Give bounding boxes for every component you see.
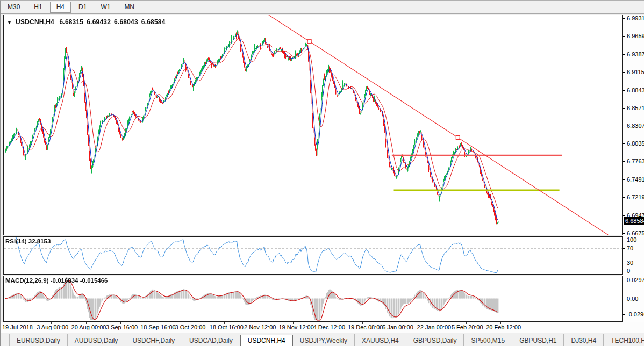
timeframe-button-h1[interactable]: H1 [27, 2, 48, 13]
chart-title: ▼USDCNH,H4 6.683156.694326.680436.68584 [7, 18, 169, 26]
current-price-tag: 6.68584 [624, 217, 644, 225]
axis-tick [623, 271, 625, 271]
axis-tick [623, 90, 625, 91]
rsi-axis-label: 100 [627, 236, 636, 243]
axis-tick [623, 280, 625, 280]
main-chart-pane [3, 15, 623, 235]
symbol-tab-sp500[interactable]: SP500,M15 [464, 334, 512, 346]
symbol-tab-usdchf[interactable]: USDCHF,Daily [125, 334, 182, 346]
axis-tick [623, 233, 625, 234]
time-axis-tick [432, 322, 432, 324]
ohlc-high: 6.69432 [87, 18, 111, 26]
axis-tick [623, 161, 625, 162]
rsi-canvas[interactable] [4, 237, 622, 274]
macd-label: MACD(12,26,9) -0.016834 -0.015466 [5, 277, 108, 284]
axis-tick [623, 36, 625, 37]
time-axis-label: 5 Jan 00:00 [382, 324, 413, 330]
axis-tick [623, 299, 625, 299]
price-axis-label: 6.72190 [627, 194, 644, 200]
rsi-axis-label: 30 [627, 260, 633, 266]
price-axis-label: 6.80350 [627, 140, 644, 147]
time-axis-label: 2 Nov 12:00 [244, 324, 276, 330]
price-axis-label: 6.85710 [627, 105, 644, 111]
time-axis-tick [466, 322, 467, 324]
axis-tick [623, 215, 625, 216]
ohlc-open: 6.68315 [59, 18, 83, 26]
time-axis-label: 20 Feb 12:00 [486, 324, 521, 330]
symbol-tab-gbpusd[interactable]: GBPUSD,H1 [512, 334, 564, 346]
time-axis-label: 18 Sep 16:00 [140, 324, 175, 330]
time-axis-label: 20 Aug 00:00 [71, 324, 106, 330]
axis-tick [623, 18, 625, 19]
time-axis-label: 4 Dec 12:00 [313, 324, 345, 330]
time-axis[interactable]: 19 Jul 20183 Aug 08:0020 Aug 00:003 Sep … [1, 322, 644, 333]
symbol-tab-dj30[interactable]: DJ30,H4 [564, 334, 604, 346]
axis-tick [623, 240, 625, 240]
axis-tick [623, 314, 625, 315]
symbol-tab-usdcad[interactable]: USDCAD,Daily [182, 334, 240, 346]
time-axis-label: 19 Dec 08:00 [348, 324, 383, 330]
timeframe-button-d1[interactable]: D1 [72, 2, 93, 13]
ohlc-close: 6.68584 [141, 18, 166, 26]
symbol-tab-usdjpy[interactable]: USDJPY,Weekly [293, 334, 355, 346]
price-axis-label: 6.88430 [627, 87, 644, 93]
time-axis-tick [120, 322, 121, 324]
time-axis-label: 3 Oct 20:00 [175, 324, 206, 330]
axis-tick [623, 108, 625, 109]
time-axis-tick [397, 322, 397, 324]
time-axis-tick [293, 322, 294, 324]
toolbar-separator [145, 2, 145, 13]
symbol-tab-eurusd[interactable]: EURUSD,Daily [9, 334, 68, 346]
time-axis-tick [51, 322, 52, 324]
chart-dropdown-icon[interactable]: ▼ [7, 20, 12, 25]
symbol-tab-usdcnh[interactable]: USDCNH,H4 [240, 335, 293, 346]
macd-axis-label: -0.029678 [627, 311, 644, 318]
symbol-tab-xauusd[interactable]: XAUUSD,H4 [355, 334, 406, 346]
time-axis-label: 19 Jul 2018 [2, 324, 33, 330]
time-axis-tick [86, 322, 87, 324]
symbol-tab-audusd[interactable]: AUDUSD,Daily [68, 334, 126, 346]
macd-axis-label: 0.00 [627, 295, 638, 302]
time-axis-tick [362, 322, 363, 324]
symbol-tab-tech100[interactable]: TECH100,H1 [604, 334, 644, 346]
timeframe-toolbar: M30H1H4D1W1MN [1, 1, 644, 14]
price-axis-label: 6.83070 [627, 122, 644, 129]
rsi-axis-label: 70 [627, 245, 633, 251]
macd-axis-label: 0.029737 [627, 277, 644, 283]
price-axis-label: 6.74910 [627, 176, 644, 183]
price-axis-label: 6.91150 [627, 69, 644, 75]
time-axis-tick [190, 322, 190, 324]
main-chart-canvas[interactable] [4, 15, 622, 235]
time-axis-label: 3 Sep 16:00 [106, 324, 138, 330]
price-axis-label: 6.93870 [627, 51, 644, 57]
timeframe-button-h4[interactable]: H4 [50, 2, 71, 13]
axis-tick [623, 263, 625, 263]
mt4-window: M30H1H4D1W1MN ▼USDCNH,H4 6.683156.694326… [0, 0, 644, 346]
time-axis-label: 19 Nov 12:00 [278, 324, 313, 330]
axis-tick [623, 248, 625, 249]
timeframe-button-mn[interactable]: MN [118, 2, 141, 13]
time-axis-label: 22 Jan 00:00 [417, 324, 452, 330]
axis-tick [623, 54, 625, 55]
rsi-axis-label: 0 [627, 268, 630, 274]
price-axis-label: 6.99310 [627, 15, 644, 21]
price-axis-label: 6.96590 [627, 33, 644, 39]
price-axis[interactable]: 6.993106.965906.938706.911506.884306.857… [623, 15, 644, 322]
price-axis-label: 6.66750 [627, 230, 644, 236]
timeframe-button-m30[interactable]: M30 [1, 2, 26, 13]
time-axis-tick [328, 322, 328, 324]
time-axis-tick [17, 322, 17, 324]
axis-tick [623, 126, 625, 126]
axis-tick [623, 143, 625, 144]
price-axis-label: 6.77630 [627, 158, 644, 164]
time-axis-label: 3 Aug 08:00 [37, 324, 68, 330]
time-axis-tick [224, 322, 225, 324]
time-axis-tick [155, 322, 155, 324]
timeframe-button-w1[interactable]: W1 [94, 2, 117, 13]
chart-symbol: USDCNH,H4 [16, 18, 54, 26]
axis-tick [623, 197, 625, 198]
ohlc-low: 6.68043 [114, 18, 138, 26]
time-axis-tick [500, 322, 501, 324]
time-axis-label: 5 Feb 20:00 [452, 324, 483, 330]
symbol-tab-gbpusd[interactable]: GBPUSD,Daily [406, 334, 464, 346]
